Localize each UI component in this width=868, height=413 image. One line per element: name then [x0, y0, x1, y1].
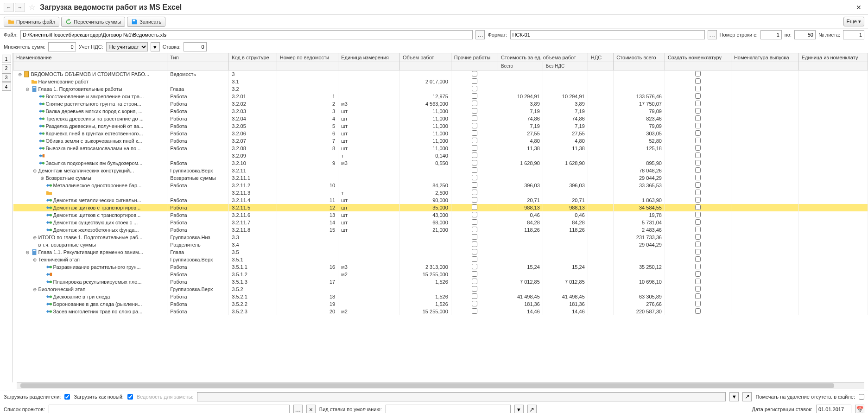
vat-dropdown-button[interactable]: ▾	[151, 42, 160, 51]
load-new-checkbox[interactable]	[127, 394, 133, 400]
table-row[interactable]: ⊕Технический этапГруппировка.Верх3.5.1	[13, 256, 868, 263]
tree-toggle-icon[interactable]	[39, 197, 45, 203]
row-create-nom-checkbox[interactable]	[695, 234, 701, 240]
table-row[interactable]: ⊖Демонтаж металлических конструкций...Гр…	[13, 167, 868, 174]
row-other-checkbox[interactable]	[472, 101, 477, 106]
tree-toggle-icon[interactable]	[32, 242, 38, 248]
row-other-checkbox[interactable]	[472, 93, 477, 99]
col-cost-group[interactable]: Стоимость за ед. объема работ	[498, 53, 588, 62]
col-name[interactable]: Наименование	[13, 53, 167, 62]
close-button[interactable]: ✕	[853, 3, 864, 12]
table-row[interactable]: Вывозка пней автосамосвалами на по...Раб…	[13, 145, 868, 152]
tree-toggle-icon[interactable]	[39, 264, 45, 270]
row-other-checkbox[interactable]	[472, 264, 477, 269]
row-create-nom-checkbox[interactable]	[695, 115, 701, 121]
col-code[interactable]: Код в структуре	[229, 53, 277, 62]
rate-type-open-button[interactable]: ↗	[527, 405, 537, 413]
table-row[interactable]: Трелевка древесины на расстояние до ...Р…	[13, 115, 868, 122]
tree-toggle-icon[interactable]	[32, 131, 38, 136]
replace-dropdown-button[interactable]: ▾	[729, 392, 739, 401]
col-vat[interactable]: НДС	[588, 53, 613, 62]
row-create-nom-checkbox[interactable]	[695, 138, 701, 143]
table-row[interactable]: Боронование в два следа (рыхлени...Работ…	[13, 300, 868, 308]
table-row[interactable]: ⊕ИТОГО по главе 1. Подготовительные раб.…	[13, 234, 868, 241]
tree-toggle-icon[interactable]	[32, 116, 38, 121]
row-create-nom-checkbox[interactable]	[695, 175, 701, 180]
table-row[interactable]: Демонтаж щитков с транспортиров...Работа…	[13, 204, 868, 211]
row-create-nom-checkbox[interactable]	[695, 167, 701, 173]
row-other-checkbox[interactable]	[472, 152, 477, 158]
row-create-nom-checkbox[interactable]	[695, 78, 701, 84]
row-create-nom-checkbox[interactable]	[695, 308, 701, 314]
col-unit[interactable]: Единица измерения	[338, 53, 400, 62]
tree-toggle-icon[interactable]: ⊖	[25, 249, 30, 255]
tree-toggle-icon[interactable]	[32, 138, 38, 144]
read-file-button[interactable]: Прочитать файл	[4, 17, 59, 27]
tree-toggle-icon[interactable]	[32, 94, 38, 99]
table-row[interactable]: Засыпка подкорневых ям бульдозером...Раб…	[13, 159, 868, 167]
col-sum[interactable]: Стоимость всего	[614, 53, 665, 62]
col-nom[interactable]: Номенклатура выпуска	[731, 53, 798, 62]
rate-type-dropdown-button[interactable]: ▾	[514, 405, 524, 413]
level-3-button[interactable]: 3	[2, 73, 11, 82]
col-unit2[interactable]: Единица из номенклату	[798, 53, 868, 62]
row-other-checkbox[interactable]	[472, 279, 477, 284]
row-create-nom-checkbox[interactable]	[695, 279, 701, 284]
projects-browse-button[interactable]: …	[293, 405, 303, 413]
tree-toggle-icon[interactable]	[39, 301, 45, 307]
reg-date-input[interactable]	[816, 405, 851, 413]
row-other-checkbox[interactable]	[472, 204, 477, 210]
row-other-checkbox[interactable]	[472, 78, 477, 84]
table-row[interactable]: ⊖Глава 1.1. Рекультивация временно заним…	[13, 248, 868, 256]
row-create-nom-checkbox[interactable]	[695, 123, 701, 128]
nav-back-button[interactable]: ←	[4, 3, 14, 12]
row-create-nom-checkbox[interactable]	[695, 219, 701, 225]
row-other-checkbox[interactable]	[472, 212, 477, 217]
tree-toggle-icon[interactable]	[39, 183, 45, 188]
row-from-input[interactable]	[760, 30, 782, 39]
tree-toggle-icon[interactable]	[39, 272, 45, 277]
load-sep-checkbox[interactable]	[64, 394, 70, 400]
tree-toggle-icon[interactable]: ⊕	[39, 175, 45, 181]
col-num[interactable]: Номер по ведомости	[277, 53, 338, 62]
table-row[interactable]: ⊖ВЕДОМОСТЬ ОБЪЕМОВ И СТОИМОСТИ РАБО...Ве…	[13, 70, 868, 78]
file-input[interactable]	[20, 30, 473, 39]
row-other-checkbox[interactable]	[472, 130, 477, 136]
table-row[interactable]: Снятие растительного грунта на строи...Р…	[13, 100, 868, 108]
table-row[interactable]: Корчевка пней в грунтах естественного...…	[13, 130, 868, 137]
tree-toggle-icon[interactable]: ⊕	[32, 257, 38, 262]
mult-input[interactable]	[48, 42, 76, 51]
reg-date-calendar-button[interactable]: 📅	[855, 405, 864, 413]
file-browse-button[interactable]: …	[475, 30, 485, 39]
col-cost-novat[interactable]: Без НДС	[543, 62, 588, 70]
tree-toggle-icon[interactable]	[39, 212, 45, 218]
replace-open-button[interactable]: ↗	[742, 392, 752, 401]
row-create-nom-checkbox[interactable]	[695, 301, 701, 306]
row-other-checkbox[interactable]	[472, 271, 477, 277]
table-row[interactable]: Планировка рекультивируемых пло...Работа…	[13, 278, 868, 286]
table-row[interactable]: Демонтаж металлических сигнальн...Работа…	[13, 197, 868, 204]
row-create-nom-checkbox[interactable]	[695, 256, 701, 262]
row-other-checkbox[interactable]	[472, 227, 477, 232]
row-other-checkbox[interactable]	[472, 108, 477, 114]
tree-toggle-icon[interactable]	[39, 190, 45, 196]
row-other-checkbox[interactable]	[472, 293, 477, 299]
row-create-nom-checkbox[interactable]	[695, 86, 701, 91]
row-other-checkbox[interactable]	[472, 167, 477, 173]
level-1-button[interactable]: 1	[2, 55, 11, 63]
tree-toggle-icon[interactable]	[39, 220, 45, 225]
row-create-nom-checkbox[interactable]	[695, 160, 701, 165]
table-row[interactable]: Разравнивание растительного грун...Работ…	[13, 263, 868, 271]
row-other-checkbox[interactable]	[472, 175, 477, 180]
row-other-checkbox[interactable]	[472, 182, 477, 188]
row-create-nom-checkbox[interactable]	[695, 93, 701, 99]
row-other-checkbox[interactable]	[472, 197, 477, 203]
nav-forward-button[interactable]: →	[15, 3, 25, 12]
format-browse-button[interactable]: …	[708, 30, 717, 39]
table-row[interactable]: Демонтаж существующих стоек с ...Работа3…	[13, 219, 868, 226]
row-create-nom-checkbox[interactable]	[695, 145, 701, 151]
row-create-nom-checkbox[interactable]	[695, 212, 701, 217]
tree-toggle-icon[interactable]: ⊖	[32, 168, 38, 173]
row-other-checkbox[interactable]	[472, 249, 477, 254]
row-other-checkbox[interactable]	[472, 219, 477, 225]
